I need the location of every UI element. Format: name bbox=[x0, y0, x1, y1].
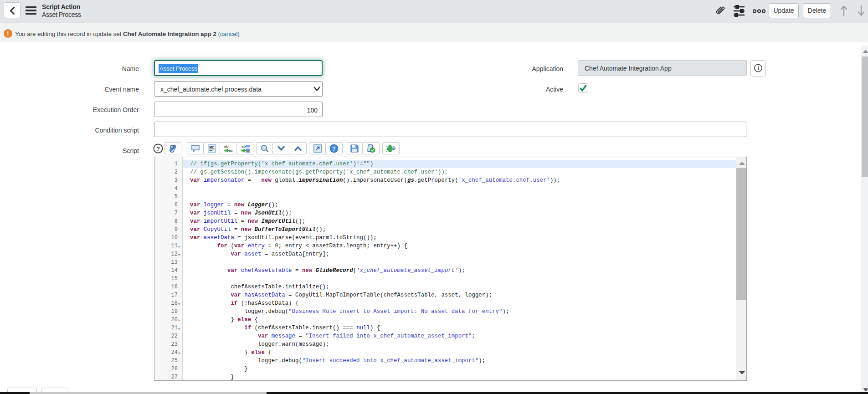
svg-text:?: ? bbox=[332, 145, 335, 152]
svg-text:?: ? bbox=[156, 145, 160, 152]
svg-text:ac: ac bbox=[229, 148, 233, 153]
svg-text:ac: ac bbox=[246, 148, 250, 153]
svg-text:ab: ab bbox=[241, 144, 246, 148]
svg-text:ab: ab bbox=[224, 144, 228, 148]
